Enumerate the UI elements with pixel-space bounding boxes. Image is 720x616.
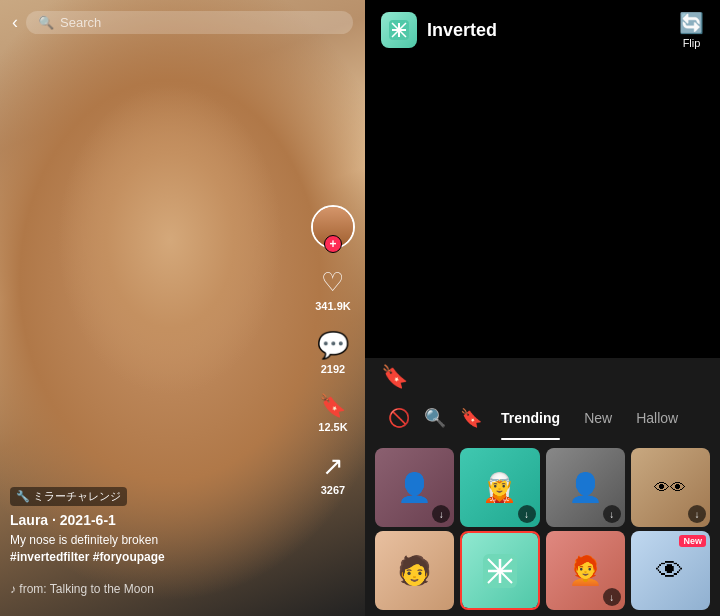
- new-badge: New: [679, 535, 706, 547]
- download-badge-3: ↓: [603, 505, 621, 523]
- back-button[interactable]: ‹: [12, 12, 18, 33]
- effect-item-1[interactable]: 👤 ↓: [375, 448, 454, 527]
- video-info: 🔧 ミラーチャレンジ Laura · 2021-6-1 My nose is d…: [10, 487, 305, 566]
- inverted-effect-icon: [482, 553, 518, 589]
- tab-trending[interactable]: Trending: [489, 396, 572, 440]
- bookmark-icon: 🔖: [319, 393, 346, 419]
- save-effect-button[interactable]: 🔖: [381, 364, 408, 390]
- effect-name: Inverted: [427, 20, 497, 41]
- bottom-area: 🚫 🔍 🔖 Trending New Hallow 👤 ↓: [365, 396, 720, 616]
- flip-icon: 🔄: [679, 11, 704, 35]
- flip-button[interactable]: 🔄 Flip: [679, 11, 704, 49]
- comment-icon: 💬: [317, 330, 349, 361]
- effect-item-4[interactable]: 👁👁 ↓: [631, 448, 710, 527]
- challenge-badge: 🔧 ミラーチャレンジ: [10, 487, 127, 506]
- challenge-row: 🔧 ミラーチャレンジ: [10, 487, 305, 506]
- download-badge-2: ↓: [518, 505, 536, 523]
- separator: ·: [52, 512, 60, 528]
- music-bar: ♪ from: Talking to the Moon: [10, 582, 355, 596]
- search-icon: 🔍: [38, 15, 54, 30]
- inverted-icon: [388, 19, 410, 41]
- effect-item-5[interactable]: 🧑: [375, 531, 454, 610]
- effect-header: Inverted 🔄 Flip: [365, 0, 720, 60]
- share-icon: ↗: [322, 451, 344, 482]
- save-count: 12.5K: [318, 421, 347, 433]
- effects-grid: 👤 ↓ 🧝 ↓ 👤 ↓ 👁👁: [365, 440, 720, 616]
- share-count: 3267: [321, 484, 345, 496]
- top-bar: ‹ 🔍 Search: [0, 0, 365, 44]
- effect-item-8[interactable]: 👁 New: [631, 531, 710, 610]
- tab-halloween[interactable]: Hallow: [624, 396, 690, 440]
- effect-preview: [365, 60, 720, 358]
- like-count: 341.9K: [315, 300, 350, 312]
- like-action[interactable]: ♡ 341.9K: [315, 267, 350, 312]
- effect-thumbnail-icon: [381, 12, 417, 48]
- download-badge-7: ↓: [603, 588, 621, 606]
- video-panel: ‹ 🔍 Search + ♡ 341.9K 💬 2192 🔖 12.5K ↗: [0, 0, 365, 616]
- bookmark-action[interactable]: 🔖 12.5K: [318, 393, 347, 433]
- desc-text: My nose is definitely broken: [10, 533, 158, 547]
- ban-icon-tab[interactable]: 🚫: [381, 400, 417, 436]
- music-text: ♪ from: Talking to the Moon: [10, 582, 154, 596]
- flip-label: Flip: [683, 37, 701, 49]
- follow-button[interactable]: +: [324, 235, 342, 253]
- search-effects-button[interactable]: 🔍: [417, 400, 453, 436]
- search-placeholder: Search: [60, 15, 101, 30]
- like-icon: ♡: [321, 267, 344, 298]
- share-action[interactable]: ↗ 3267: [321, 451, 345, 496]
- effect-item-6-selected[interactable]: [460, 531, 539, 610]
- effects-panel: Inverted 🔄 Flip 🔖 🚫 🔍 🔖 Trending New Hal…: [365, 0, 720, 616]
- effect-item-2[interactable]: 🧝 ↓: [460, 448, 539, 527]
- hashtag-2: #foryoupage: [93, 550, 165, 564]
- tab-new[interactable]: New: [572, 396, 624, 440]
- effect-item-7[interactable]: 🧑‍🦰 ↓: [546, 531, 625, 610]
- comment-action[interactable]: 💬 2192: [317, 330, 349, 375]
- creator-avatar[interactable]: +: [311, 205, 355, 249]
- username: Laura: [10, 512, 48, 528]
- description: My nose is definitely broken #invertedfi…: [10, 532, 305, 566]
- username-date: Laura · 2021-6-1: [10, 512, 305, 528]
- comment-count: 2192: [321, 363, 345, 375]
- challenge-text: 🔧 ミラーチャレンジ: [16, 489, 121, 504]
- saved-effects-tab[interactable]: 🔖: [453, 400, 489, 436]
- effects-tabs: 🚫 🔍 🔖 Trending New Hallow: [365, 396, 720, 440]
- post-date: 2021-6-1: [60, 512, 116, 528]
- right-actions: + ♡ 341.9K 💬 2192 🔖 12.5K ↗ 3267: [311, 205, 355, 496]
- search-bar[interactable]: 🔍 Search: [26, 11, 353, 34]
- effect-item-3[interactable]: 👤 ↓: [546, 448, 625, 527]
- hashtag-1: #invertedfilter: [10, 550, 89, 564]
